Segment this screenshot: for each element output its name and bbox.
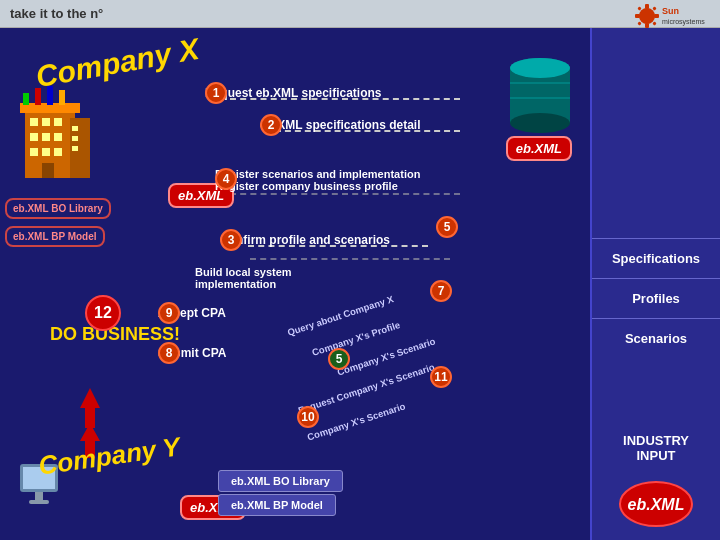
step-build: Build local system implementation xyxy=(195,266,292,290)
bp-model-left: eb.XML BP Model xyxy=(5,226,105,247)
step-4-num: 4 xyxy=(215,168,237,190)
ebxml-badge-right-bottom: eb.XML xyxy=(616,476,696,535)
step-4-label-2: Register company business profile xyxy=(215,180,420,192)
svg-rect-17 xyxy=(42,133,50,141)
company-x-title: Company X xyxy=(33,32,201,94)
company-y-title: Company Y xyxy=(37,431,182,482)
ebxml-badge-mid: eb.XML xyxy=(506,136,572,161)
svg-rect-8 xyxy=(652,21,656,25)
company-x-icon xyxy=(15,78,95,183)
svg-rect-21 xyxy=(54,148,62,156)
step-2-label: eb.XML specifications detail xyxy=(260,118,421,132)
step-7-num: 7 xyxy=(430,280,452,302)
step-1-num: 1 xyxy=(205,82,227,104)
svg-marker-37 xyxy=(80,388,100,428)
diag-text-4: Request Company X's Scenario xyxy=(297,361,436,416)
step-2-num: 2 xyxy=(260,114,282,136)
sun-logo: Sun microsystems xyxy=(630,2,710,30)
industry-label: INDUSTRY xyxy=(600,433,712,448)
step-12-num: 12 xyxy=(85,295,121,331)
svg-rect-20 xyxy=(42,148,50,156)
step-5-num: 5 xyxy=(436,216,458,238)
main-content: Company X xyxy=(0,28,720,540)
step-8: 8 Submit CPA xyxy=(158,346,226,360)
svg-rect-24 xyxy=(72,126,78,131)
step-11-num: 11 xyxy=(430,366,452,388)
right-panel: Specifications Profiles Scenarios INDUST… xyxy=(590,28,720,540)
svg-rect-16 xyxy=(30,133,38,141)
svg-rect-25 xyxy=(72,136,78,141)
step-10-num: 10 xyxy=(297,406,319,428)
database-cylinder xyxy=(505,53,575,142)
svg-rect-42 xyxy=(29,500,49,504)
svg-rect-41 xyxy=(35,492,43,500)
input-label: INPUT xyxy=(600,448,712,463)
step-5-cpa: 5 xyxy=(328,348,350,370)
profiles-label: Profiles xyxy=(592,278,720,318)
svg-rect-6 xyxy=(652,6,656,10)
header-title: take it to the n° xyxy=(10,6,103,21)
svg-text:Sun: Sun xyxy=(662,6,679,16)
svg-rect-5 xyxy=(637,6,641,10)
svg-rect-13 xyxy=(30,118,38,126)
svg-rect-18 xyxy=(54,133,62,141)
svg-point-0 xyxy=(639,8,655,24)
header-bar: take it to the n° Sun microsystems xyxy=(0,0,720,28)
svg-text:eb.XML: eb.XML xyxy=(628,496,685,513)
step-9-num: 9 xyxy=(158,302,180,324)
build-label-1: Build local system xyxy=(195,266,292,278)
build-label-2: implementation xyxy=(195,278,292,290)
svg-point-34 xyxy=(510,58,570,78)
step-1: 1 Request eb.XML specifications xyxy=(205,86,382,100)
svg-rect-26 xyxy=(72,146,78,151)
svg-rect-4 xyxy=(654,14,659,18)
svg-rect-27 xyxy=(23,93,29,105)
svg-text:microsystems: microsystems xyxy=(662,18,705,26)
step-1-label: Request eb.XML specifications xyxy=(205,86,382,100)
step-3-num: 3 xyxy=(220,229,242,251)
step-12: 12 xyxy=(85,295,121,331)
svg-rect-1 xyxy=(645,4,649,9)
bp-model-bottom: eb.XML BP Model xyxy=(218,494,336,516)
specifications-label: Specifications xyxy=(592,238,720,278)
step-4-label-1: Register scenarios and implementation xyxy=(215,168,420,180)
step-3-label: Confirm profile and scenarios xyxy=(220,233,390,247)
bo-library-left: eb.XML BO Library xyxy=(5,198,111,219)
bo-library-bottom: eb.XML BO Library xyxy=(218,470,343,492)
step-2: eb.XML specifications detail 2 xyxy=(260,118,421,132)
svg-rect-19 xyxy=(30,148,38,156)
step-4: 4 Register scenarios and implementation … xyxy=(215,168,420,192)
svg-rect-3 xyxy=(635,14,640,18)
svg-rect-30 xyxy=(59,90,65,105)
step-9: 9 Accept CPA xyxy=(158,306,226,320)
svg-rect-22 xyxy=(42,163,54,178)
scenarios-label: Scenarios xyxy=(592,318,720,358)
svg-rect-14 xyxy=(42,118,50,126)
step-3: 3 Confirm profile and scenarios xyxy=(220,233,390,247)
svg-rect-7 xyxy=(637,21,641,25)
industry-input-text: INDUSTRY INPUT xyxy=(592,425,720,471)
svg-point-33 xyxy=(510,113,570,133)
svg-rect-15 xyxy=(54,118,62,126)
